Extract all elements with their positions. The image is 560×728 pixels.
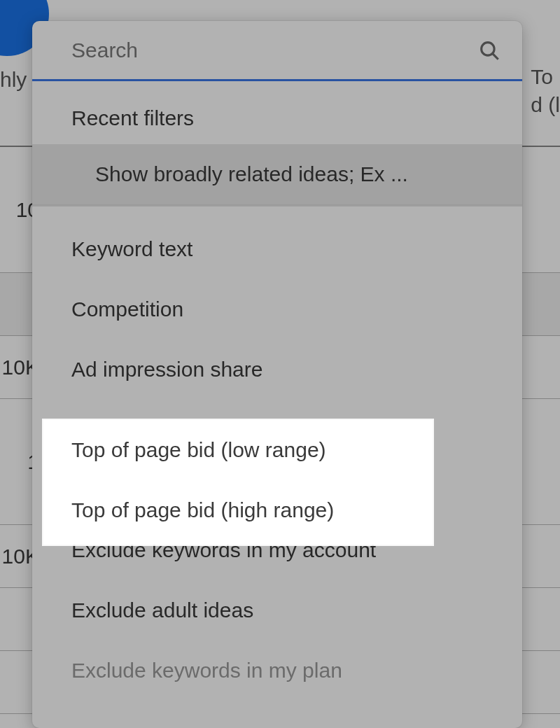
column-header-right-fragment: To d (l bbox=[531, 63, 560, 119]
search-row bbox=[32, 21, 522, 81]
filter-option-top-bid-high[interactable]: Top of page bid (high range) bbox=[32, 460, 522, 520]
filter-dropdown: Recent filters Show broadly related idea… bbox=[32, 21, 522, 728]
recent-filter-item[interactable]: Show broadly related ideas; Ex ... bbox=[32, 144, 522, 205]
search-icon[interactable] bbox=[477, 38, 501, 62]
filter-option-exclude-plan[interactable]: Exclude keywords in my plan bbox=[32, 640, 522, 701]
filter-option-exclude-adult[interactable]: Exclude adult ideas bbox=[32, 580, 522, 640]
column-header-left-fragment: hly bbox=[0, 54, 21, 92]
search-input[interactable] bbox=[71, 38, 477, 62]
svg-point-0 bbox=[482, 42, 494, 55]
svg-line-1 bbox=[493, 53, 498, 59]
filter-option-competition[interactable]: Competition bbox=[32, 279, 522, 340]
filter-option-exclude-account[interactable]: Exclude keywords in my account bbox=[32, 520, 522, 580]
filter-option-ad-impression-share[interactable]: Ad impression share bbox=[32, 340, 522, 400]
filter-option-top-bid-low[interactable]: Top of page bid (low range) bbox=[32, 400, 522, 460]
filter-option-keyword-text[interactable]: Keyword text bbox=[32, 219, 522, 279]
recent-filters-label: Recent filters bbox=[32, 81, 522, 144]
